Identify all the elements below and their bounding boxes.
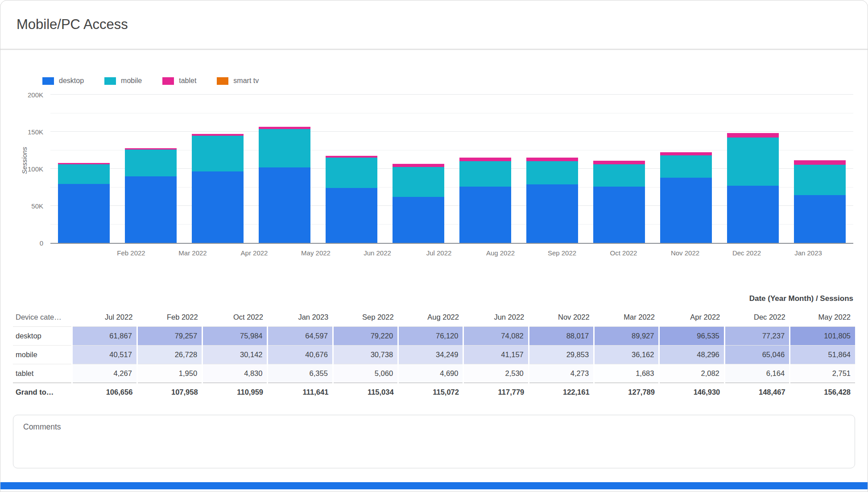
- bar-segment-desktop[interactable]: [125, 176, 176, 243]
- table-cell: 111,641: [268, 383, 333, 401]
- bar-feb-2022[interactable]: [58, 95, 109, 243]
- chart-body: Sessions 050K100K150K200K Feb 2022Mar 20…: [0, 95, 868, 257]
- table-cell: 88,017: [529, 326, 594, 345]
- bar-segment-tablet[interactable]: [526, 158, 578, 161]
- x-axis-label: Apr 2022: [231, 249, 278, 257]
- bar-segment-mobile[interactable]: [727, 138, 778, 186]
- table-header-jun-2022[interactable]: Jun 2022: [463, 309, 529, 326]
- table-cell: 127,789: [594, 383, 659, 401]
- table-cell: 74,082: [463, 326, 529, 345]
- table-header-may-2022[interactable]: May 2022: [790, 309, 855, 326]
- table-header-jan-2023[interactable]: Jan 2023: [268, 309, 333, 326]
- table-row-desktop: desktop61,86779,25775,98464,59779,22076,…: [13, 326, 855, 345]
- bar-jul-2022[interactable]: [393, 95, 444, 243]
- table-cell: 89,927: [594, 326, 659, 345]
- bar-segment-mobile[interactable]: [326, 158, 377, 188]
- y-axis-title: Sessions: [21, 141, 28, 181]
- legend-label: desktop: [59, 77, 84, 85]
- bar-nov-2022[interactable]: [660, 95, 711, 243]
- table-cell: 4,830: [203, 364, 268, 383]
- table-header-sep-2022[interactable]: Sep 2022: [333, 309, 398, 326]
- table-cell: 75,984: [203, 326, 268, 345]
- bar-segment-mobile[interactable]: [526, 161, 578, 184]
- bar-apr-2022[interactable]: [192, 95, 243, 243]
- bar-segment-desktop[interactable]: [593, 187, 645, 243]
- x-axis-label: May 2022: [292, 249, 339, 257]
- table-cell: 2,530: [463, 364, 529, 383]
- bar-segment-mobile[interactable]: [259, 129, 310, 167]
- legend-item-tablet[interactable]: tablet: [162, 77, 196, 85]
- bar-segment-desktop[interactable]: [393, 197, 444, 243]
- table-cell: 148,467: [724, 383, 789, 401]
- table-cell: 41,157: [463, 345, 529, 364]
- smart-tv-swatch-icon: [217, 77, 228, 85]
- table-header-aug-2022[interactable]: Aug 2022: [398, 309, 463, 326]
- x-axis-label: Nov 2022: [661, 249, 709, 257]
- bar-jan-2023[interactable]: [794, 95, 845, 243]
- bar-segment-tablet[interactable]: [593, 161, 645, 164]
- bar-aug-2022[interactable]: [459, 95, 511, 243]
- bar-segment-tablet[interactable]: [660, 152, 711, 155]
- bar-segment-tablet[interactable]: [459, 158, 511, 161]
- table-cell: 64,597: [268, 326, 333, 345]
- table-cell: 29,853: [529, 345, 594, 364]
- table-cell: 122,161: [529, 383, 594, 401]
- legend-item-desktop[interactable]: desktop: [42, 77, 84, 85]
- legend-item-smart-tv[interactable]: smart tv: [217, 77, 259, 85]
- table-cell: 146,930: [659, 383, 724, 401]
- bar-segment-mobile[interactable]: [393, 167, 444, 197]
- bar-segment-desktop[interactable]: [259, 167, 310, 243]
- table-header-nov-2022[interactable]: Nov 2022: [529, 309, 594, 326]
- x-axis-label: Jan 2023: [785, 249, 832, 257]
- table-cell: 110,959: [203, 383, 268, 401]
- bar-segment-tablet[interactable]: [393, 164, 444, 167]
- comments-input[interactable]: [13, 415, 855, 468]
- bar-segment-mobile[interactable]: [192, 136, 243, 171]
- bar-segment-desktop[interactable]: [58, 184, 109, 243]
- table-cell: 26,728: [137, 345, 202, 364]
- x-axis-label: Sep 2022: [538, 249, 586, 257]
- table-cell: 115,034: [333, 383, 398, 401]
- bar-segment-tablet[interactable]: [727, 133, 778, 138]
- bar-oct-2022[interactable]: [593, 95, 645, 243]
- bar-dec-2022[interactable]: [727, 95, 778, 243]
- x-axis-label: Dec 2022: [723, 249, 770, 257]
- table-header-device-category[interactable]: Device cate…: [13, 309, 72, 326]
- table-header-mar-2022[interactable]: Mar 2022: [594, 309, 659, 326]
- bar-segment-mobile[interactable]: [58, 164, 109, 184]
- table-cell: 76,120: [398, 326, 463, 345]
- bar-segment-desktop[interactable]: [459, 187, 511, 243]
- table-row-mobile: mobile40,51726,72830,14240,67630,73834,2…: [13, 345, 855, 364]
- chart-legend: desktopmobiletabletsmart tv: [42, 76, 868, 86]
- bar-jun-2022[interactable]: [326, 95, 377, 243]
- bar-segment-desktop[interactable]: [192, 171, 243, 243]
- x-axis-label: Jul 2022: [415, 249, 463, 257]
- table-header-jul-2022[interactable]: Jul 2022: [72, 309, 137, 326]
- bar-segment-desktop[interactable]: [794, 195, 845, 243]
- bar-segment-tablet[interactable]: [794, 160, 845, 165]
- bar-segment-mobile[interactable]: [593, 164, 645, 187]
- bar-segment-mobile[interactable]: [794, 165, 845, 195]
- bar-segment-desktop[interactable]: [526, 184, 578, 243]
- bar-segment-desktop[interactable]: [727, 186, 778, 243]
- bar-segment-mobile[interactable]: [125, 150, 176, 176]
- bar-segment-desktop[interactable]: [326, 188, 377, 243]
- table-header-apr-2022[interactable]: Apr 2022: [659, 309, 724, 326]
- table-header-dec-2022[interactable]: Dec 2022: [724, 309, 789, 326]
- bar-segment-desktop[interactable]: [660, 178, 711, 243]
- table-header-oct-2022[interactable]: Oct 2022: [203, 309, 268, 326]
- table-header-feb-2022[interactable]: Feb 2022: [137, 309, 202, 326]
- y-axis-tick: 0: [40, 239, 43, 247]
- bar-may-2022[interactable]: [259, 95, 310, 243]
- bar-segment-mobile[interactable]: [660, 155, 711, 178]
- bar-mar-2022[interactable]: [125, 95, 176, 243]
- table-cell: 101,805: [790, 326, 855, 345]
- table-cell: 65,046: [724, 345, 789, 364]
- legend-item-mobile[interactable]: mobile: [104, 77, 142, 85]
- table-cell: 117,779: [463, 383, 529, 401]
- bar-segment-mobile[interactable]: [459, 161, 511, 187]
- comments-box: [13, 415, 855, 468]
- table-cell: 36,162: [594, 345, 659, 364]
- bar-sep-2022[interactable]: [526, 95, 578, 243]
- table-row-label: mobile: [13, 345, 72, 364]
